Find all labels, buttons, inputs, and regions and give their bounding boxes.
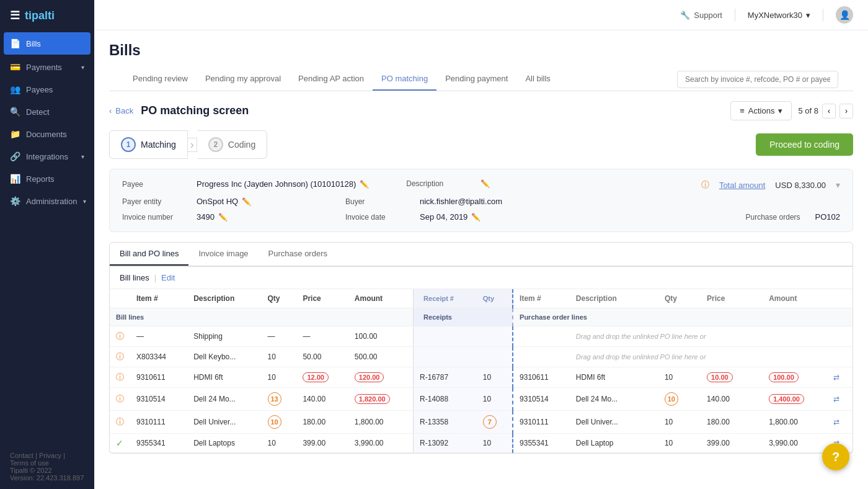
row5-desc: Dell Univer... (187, 411, 261, 434)
hamburger-icon[interactable]: ☰ (10, 9, 20, 22)
page-title: Bills (109, 42, 853, 59)
administration-arrow-icon: ▾ (83, 198, 86, 205)
actions-lines-icon: ≡ (740, 106, 745, 115)
sidebar-item-reports-label: Reports (26, 174, 55, 184)
row6-po-price: 399.00 (701, 434, 763, 453)
invoice-date-value: Sep 04, 2019 ✏️ (420, 212, 480, 222)
table-row: ⓘ 9310514 Dell 24 Mo... 13 140.00 1,820.… (110, 388, 852, 411)
row3-amount: 120.00 (348, 367, 414, 388)
step-matching[interactable]: 1 Matching (109, 130, 188, 159)
tab-pending-review[interactable]: Pending review (124, 68, 197, 91)
pagination-prev[interactable]: ‹ (822, 104, 836, 119)
total-amount-value: USD 8,330.00 (775, 181, 826, 190)
row6-po-item: 9355341 (513, 434, 570, 453)
steps-and-action: 1 Matching › 2 Coding Proceed to coding (109, 130, 853, 159)
sidebar-item-detect[interactable]: 🔍 Detect (0, 101, 94, 123)
row4-receipt-qty: 10 (477, 388, 513, 411)
description-value: ✏️ (480, 179, 490, 188)
help-icon: ? (832, 450, 839, 464)
payee-edit-icon[interactable]: ✏️ (360, 180, 369, 189)
sidebar-item-reports[interactable]: 📊 Reports (0, 168, 94, 190)
version-text: Version: 22.423.318.897 (10, 474, 84, 482)
row2-desc: Dell Keybo... (187, 347, 261, 367)
main-area: 🔧 Support MyXNetwork30 ▾ 👤 Bills Pending… (94, 0, 868, 489)
row2-receipt-num (414, 347, 477, 367)
invoice-num-edit-icon[interactable]: ✏️ (218, 213, 228, 222)
bills-tabs: Pending review Pending my approval Pendi… (109, 68, 853, 91)
row2-po-desc: Drag and drop the unlinked PO line here … (570, 347, 763, 367)
sidebar-item-documents[interactable]: 📁 Documents (0, 123, 94, 145)
row5-actions[interactable]: ⇄ (827, 411, 852, 434)
help-button[interactable]: ? (822, 443, 849, 470)
actions-dropdown-icon: ▾ (778, 106, 782, 115)
tab-all-bills[interactable]: All bills (516, 68, 559, 91)
reports-icon: 📊 (10, 174, 20, 184)
buyer-label: Buyer (345, 197, 407, 206)
row6-receipt-num: R-13092 (414, 434, 477, 453)
proceed-button[interactable]: Proceed to coding (756, 133, 853, 156)
sidebar-item-payees[interactable]: 👥 Payees (0, 78, 94, 101)
tab-po-matching[interactable]: PO matching (373, 68, 436, 91)
pagination-next[interactable]: › (839, 104, 853, 119)
row3-actions[interactable]: ⇄ (827, 367, 852, 388)
payer-edit-icon[interactable]: ✏️ (242, 197, 251, 206)
sidebar-item-integrations[interactable]: 🔗 Integrations ▾ (0, 145, 94, 168)
row5-po-amount: 1,800.00 (763, 411, 827, 434)
privacy-link[interactable]: Privacy (39, 452, 61, 459)
info-circle-icon: ⓘ (701, 179, 709, 191)
step-coding[interactable]: 2 Coding (197, 130, 267, 159)
row2-item: X803344 (130, 347, 187, 367)
total-amount-label[interactable]: Total amount (719, 181, 765, 190)
table-row: ⓘ — Shipping — — 100.00 Drag and drop th… (110, 326, 852, 347)
row1-status: ⓘ (110, 326, 130, 347)
avatar[interactable]: 👤 (836, 6, 853, 24)
sidebar-item-payments[interactable]: 💳 Payments ▾ (0, 56, 94, 78)
sidebar-item-bills[interactable]: 📄 Bills (4, 32, 91, 55)
payee-link[interactable]: Progress Inc (Jayden Johnson) (101010128… (197, 179, 356, 189)
invoice-date-field: Invoice date Sep 04, 2019 ✏️ (345, 212, 531, 222)
sidebar-item-payees-label: Payees (26, 85, 53, 94)
tab-purchase-orders[interactable]: Purchase orders (259, 243, 337, 266)
row1-receipt-num (414, 326, 477, 347)
terms-link[interactable]: Terms of use (10, 459, 49, 467)
row6-qty: 10 (262, 434, 297, 453)
step1-label: Matching (141, 140, 176, 150)
contact-link[interactable]: Contact (10, 452, 33, 459)
row4-po-amount: 1,400.00 (763, 388, 827, 411)
row3-item: 9310611 (130, 367, 187, 388)
sidebar-item-administration[interactable]: ⚙️ Administration ▾ (0, 190, 94, 212)
actions-button[interactable]: ≡ Actions ▾ (730, 101, 792, 120)
logo-area: ☰ tipalti (0, 0, 94, 31)
bill-tab-container: Bill and PO lines Invoice image Purchase… (109, 242, 853, 267)
proceed-label: Proceed to coding (769, 140, 839, 150)
col-amount: Amount (348, 289, 414, 308)
tab-invoice-image[interactable]: Invoice image (188, 243, 258, 266)
row4-actions[interactable]: ⇄ (827, 388, 852, 411)
tab-pending-my-approval[interactable]: Pending my approval (197, 68, 290, 91)
row2-po-amount (763, 347, 827, 367)
row4-amount: 1,820.00 (348, 388, 414, 411)
row5-status: ⓘ (110, 411, 130, 434)
user-menu[interactable]: MyXNetwork30 ▾ (748, 11, 810, 20)
tab-bill-po-lines[interactable]: Bill and PO lines (110, 243, 188, 266)
detect-icon: 🔍 (10, 107, 20, 117)
row3-po-desc: HDMI 6ft (570, 367, 658, 388)
total-amount-area: ⓘ Total amount USD 8,330.00 ▾ (701, 179, 840, 191)
description-label: Description (406, 179, 468, 188)
po-lines-section-header: Purchase order lines (513, 308, 827, 326)
row1-qty: — (262, 326, 297, 347)
description-edit-icon[interactable]: ✏️ (480, 179, 490, 188)
row1-price: — (296, 326, 348, 347)
support-link[interactable]: 🔧 Support (680, 11, 722, 20)
invoice-date-edit-icon[interactable]: ✏️ (471, 213, 480, 222)
integrations-arrow-icon: ▾ (81, 153, 84, 160)
expand-icon[interactable]: ▾ (836, 180, 840, 190)
back-button[interactable]: ‹ Back (109, 106, 133, 115)
row4-receipt-num: R-14088 (414, 388, 477, 411)
row6-item: 9355341 (130, 434, 187, 453)
row4-desc: Dell 24 Mo... (187, 388, 261, 411)
search-input[interactable] (677, 71, 838, 88)
tab-pending-ap-action[interactable]: Pending AP action (290, 68, 373, 91)
tab-pending-payment[interactable]: Pending payment (436, 68, 516, 91)
edit-link[interactable]: Edit (161, 273, 175, 282)
